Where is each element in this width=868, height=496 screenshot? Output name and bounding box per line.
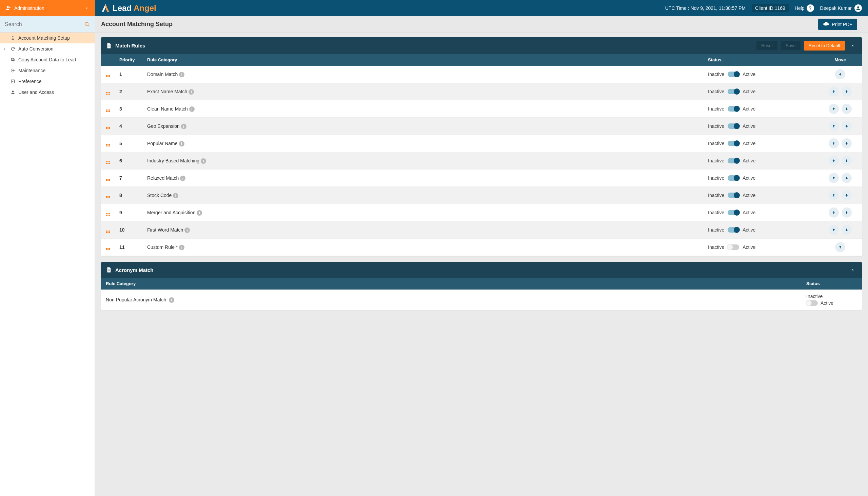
drag-handle-icon[interactable] xyxy=(106,109,110,112)
sidebar-item-account-matching-setup[interactable]: Account Matching Setup xyxy=(0,33,95,43)
rule-name: First Word Match xyxy=(147,227,183,233)
rule-row: 2Exact Name MatchiInactiveActive xyxy=(101,83,862,100)
section-switcher[interactable]: Administration xyxy=(0,0,95,16)
user-icon xyxy=(10,90,16,95)
sidebar-item-auto-conversion[interactable]: ›Auto Conversion xyxy=(0,43,95,54)
drag-handle-icon[interactable] xyxy=(106,92,110,95)
move-down-button[interactable] xyxy=(841,104,852,114)
rule-row: 11Custom Rule *iInactiveActive xyxy=(101,239,862,256)
drag-handle-icon[interactable] xyxy=(106,248,110,250)
sidebar-item-preference[interactable]: Preference xyxy=(0,76,95,87)
rule-name: Stock Code xyxy=(147,192,172,198)
status-toggle[interactable] xyxy=(728,175,739,181)
reset-button[interactable]: Reset xyxy=(757,41,777,50)
info-icon[interactable]: i xyxy=(179,141,184,146)
move-up-button[interactable] xyxy=(829,121,839,131)
panel-title: Acronym Match xyxy=(115,267,154,273)
collapse-panel-button[interactable] xyxy=(848,41,857,50)
status-toggle[interactable] xyxy=(728,192,739,198)
info-icon[interactable]: i xyxy=(180,176,185,181)
drag-handle-icon[interactable] xyxy=(106,144,110,146)
reset-default-button[interactable]: Reset to Default xyxy=(804,41,845,50)
move-up-button[interactable] xyxy=(829,156,839,166)
move-down-button[interactable] xyxy=(841,156,852,166)
nav-label: Account Matching Setup xyxy=(18,35,70,41)
drag-handle-icon[interactable] xyxy=(106,127,110,129)
status-toggle[interactable] xyxy=(728,123,739,129)
move-up-button[interactable] xyxy=(829,87,839,97)
utc-time: UTC Time : Nov 9, 2021, 11:30:57 PM xyxy=(665,5,746,11)
svg-point-0 xyxy=(7,6,9,8)
move-up-button[interactable] xyxy=(835,242,845,252)
info-icon[interactable]: i xyxy=(169,297,174,303)
drag-handle-icon[interactable] xyxy=(106,161,110,164)
copy-icon xyxy=(10,57,16,62)
status-toggle[interactable] xyxy=(728,106,739,111)
move-down-button[interactable] xyxy=(835,69,845,79)
status-toggle[interactable] xyxy=(728,141,739,146)
move-down-button[interactable] xyxy=(841,225,852,235)
info-icon[interactable]: i xyxy=(201,158,206,164)
user-menu[interactable]: Deepak Kumar xyxy=(820,4,862,12)
acronym-header: Rule Category Status xyxy=(101,278,862,290)
sidebar-item-maintenance[interactable]: Maintenance xyxy=(0,65,95,76)
help-link[interactable]: Help ? xyxy=(795,4,814,12)
move-down-button[interactable] xyxy=(841,190,852,200)
rule-row: 10First Word MatchiInactiveActive xyxy=(101,221,862,239)
save-button[interactable]: Save xyxy=(781,41,801,50)
person-icon xyxy=(5,5,12,11)
drag-handle-icon[interactable] xyxy=(106,75,110,77)
sidebar-search[interactable] xyxy=(0,16,95,32)
match-rules-panel: Match Rules Reset Save Reset to Default … xyxy=(101,37,862,256)
panel-title: Match Rules xyxy=(115,43,145,48)
info-icon[interactable]: i xyxy=(189,106,195,112)
status-toggle[interactable] xyxy=(728,227,739,233)
main-content: Match Rules Reset Save Reset to Default … xyxy=(95,33,868,496)
rule-name: Merger and Acquisition xyxy=(147,210,195,215)
rule-name: Relaxed Match xyxy=(147,175,179,181)
move-down-button[interactable] xyxy=(841,138,852,149)
logo: LeadAngel xyxy=(95,3,162,13)
status-toggle[interactable] xyxy=(728,245,739,250)
status-toggle[interactable] xyxy=(728,210,739,215)
drag-handle-icon[interactable] xyxy=(106,213,110,216)
priority-number: 9 xyxy=(119,210,122,215)
move-up-button[interactable] xyxy=(829,190,839,200)
sidebar-item-copy-account-data-to-lead[interactable]: Copy Account Data to Lead xyxy=(0,54,95,65)
sidebar-item-user-and-access[interactable]: User and Access xyxy=(0,87,95,98)
drag-handle-icon[interactable] xyxy=(106,196,110,198)
move-down-button[interactable] xyxy=(841,87,852,97)
search-input[interactable] xyxy=(5,21,84,28)
drag-handle-icon[interactable] xyxy=(106,231,110,233)
move-down-button[interactable] xyxy=(841,173,852,183)
status-toggle[interactable] xyxy=(728,158,739,164)
drag-handle-icon[interactable] xyxy=(106,179,110,181)
rule-name: Geo Expansion xyxy=(147,123,180,129)
info-icon[interactable]: i xyxy=(173,193,179,198)
svg-point-9 xyxy=(12,70,14,71)
info-icon[interactable]: i xyxy=(188,89,194,95)
status-toggle[interactable] xyxy=(728,89,739,94)
priority-number: 3 xyxy=(119,106,122,111)
move-up-button[interactable] xyxy=(829,173,839,183)
move-up-button[interactable] xyxy=(829,104,839,114)
expand-caret-icon: › xyxy=(4,47,7,51)
search-icon xyxy=(84,21,90,28)
move-up-button[interactable] xyxy=(829,225,839,235)
priority-number: 4 xyxy=(119,123,122,129)
pref-icon xyxy=(10,79,16,84)
info-icon[interactable]: i xyxy=(179,245,184,250)
info-icon[interactable]: i xyxy=(197,210,202,216)
info-icon[interactable]: i xyxy=(181,124,186,129)
acronym-status-toggle[interactable] xyxy=(806,300,818,306)
move-down-button[interactable] xyxy=(841,121,852,131)
priority-number: 1 xyxy=(119,72,122,77)
move-up-button[interactable] xyxy=(829,207,839,218)
info-icon[interactable]: i xyxy=(179,72,184,77)
info-icon[interactable]: i xyxy=(184,228,190,233)
print-pdf-button[interactable]: Print PDF xyxy=(818,19,857,30)
collapse-panel-button[interactable] xyxy=(848,265,857,274)
move-up-button[interactable] xyxy=(829,138,839,149)
status-toggle[interactable] xyxy=(728,72,739,77)
move-down-button[interactable] xyxy=(841,207,852,218)
